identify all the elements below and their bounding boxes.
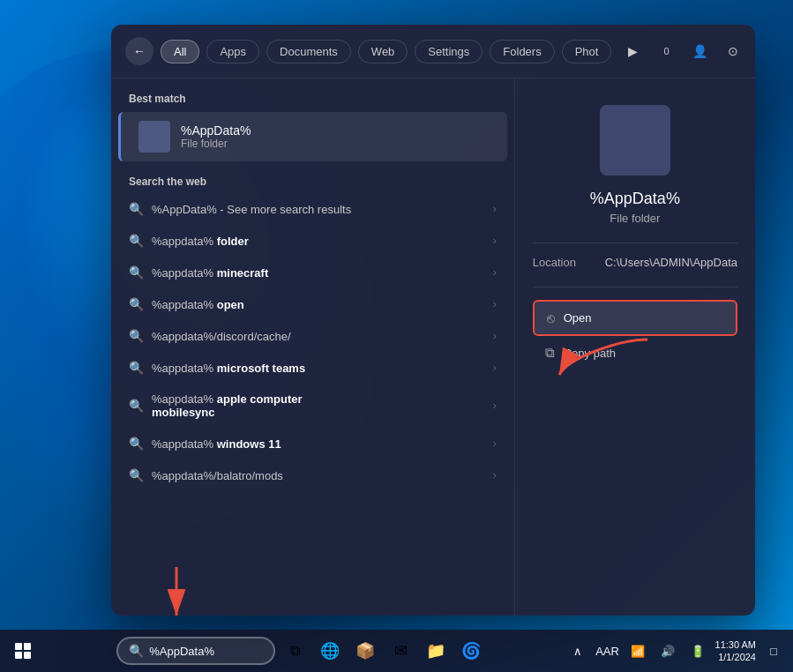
system-tray-expand[interactable]: ∧ (565, 638, 590, 663)
result-text: %appdata%/discord/cache/ (152, 330, 484, 343)
best-match-name: %AppData% (181, 123, 251, 138)
person-icon[interactable]: 👤 (685, 37, 714, 65)
chevron-right-icon: › (493, 266, 497, 279)
filter-pill-documents[interactable]: Documents (266, 40, 351, 63)
main-content: Best match %AppData% File folder Search … (111, 78, 755, 616)
search-circle-icon[interactable]: ⊙ (719, 37, 747, 65)
open-button[interactable]: ⎋ Open (533, 300, 737, 336)
list-item[interactable]: 🔍 %appdata%/balatro/mods › (111, 459, 514, 491)
search-icon: 🔍 (129, 399, 143, 413)
edge-icon[interactable]: 🌐 (314, 635, 346, 667)
windows-logo-icon (15, 643, 31, 659)
chevron-right-icon: › (493, 437, 497, 450)
divider2 (533, 287, 737, 287)
location-value: C:\Users\ADMIN\AppData (605, 256, 737, 269)
taskbar-center: 🔍 %AppData% ⧉ 🌐 📦 ✉ 📁 🌀 (46, 635, 558, 667)
search-icon: 🔍 (129, 361, 143, 375)
best-match-type: File folder (181, 138, 251, 150)
chevron-right-icon: › (493, 298, 497, 310)
task-view-button[interactable]: ⧉ (279, 635, 310, 667)
more-options-button[interactable]: ••• (752, 37, 755, 65)
clock-date: 1/1/2024 (715, 651, 756, 663)
store-icon[interactable]: 📦 (349, 635, 381, 667)
chrome-icon[interactable]: 🌀 (455, 635, 487, 667)
divider (533, 243, 737, 243)
chevron-right-icon: › (493, 399, 497, 412)
detail-item-name: %AppData% (590, 190, 680, 208)
filter-pill-all[interactable]: All (161, 40, 199, 63)
location-row: Location C:\Users\ADMIN\AppData (533, 256, 737, 269)
search-icon: 🔍 (129, 234, 143, 248)
time-display[interactable]: 11:30 AM 1/1/2024 (715, 638, 756, 664)
filter-pill-settings[interactable]: Settings (415, 40, 483, 63)
detail-item-type: File folder (610, 212, 660, 225)
list-item[interactable]: 🔍 %appdata% minecraft › (111, 257, 514, 288)
result-text: %appdata% folder (152, 235, 484, 248)
outlook-icon[interactable]: ✉ (385, 635, 416, 667)
open-icon: ⎋ (547, 310, 555, 325)
filter-bar: ← All Apps Documents Web Settings Folder… (111, 25, 755, 78)
list-item[interactable]: 🔍 %appdata% apple computermobilesync › (111, 384, 514, 428)
clock-time: 11:30 AM (715, 638, 756, 651)
search-icon: 🔍 (129, 297, 143, 311)
taskbar-right: ∧ AAR 📶 🔊 🔋 11:30 AM 1/1/2024 □ (558, 638, 793, 664)
file-folder-icon (138, 121, 170, 153)
battery-icon[interactable]: 🔋 (685, 638, 710, 663)
list-item[interactable]: 🔍 %AppData% - See more search results › (111, 193, 514, 225)
result-text: %appdata% apple computermobilesync (152, 392, 484, 419)
chevron-right-icon: › (493, 330, 497, 342)
detail-folder-icon (600, 105, 670, 175)
filter-bar-right: ▶ 0 👤 ⊙ ••• (618, 37, 755, 65)
chevron-right-icon: › (493, 203, 497, 215)
filter-pill-web[interactable]: Web (358, 40, 408, 63)
search-popup: ← All Apps Documents Web Settings Folder… (111, 25, 755, 616)
search-icon: 🔍 (129, 202, 143, 216)
copy-icon: ⧉ (545, 345, 555, 361)
taskbar: 🔍 %AppData% ⧉ 🌐 📦 ✉ 📁 🌀 ∧ AAR 📶 🔊 🔋 11:3… (0, 630, 793, 672)
location-label: Location (533, 256, 595, 269)
filter-pill-folders[interactable]: Folders (490, 40, 554, 63)
language-indicator[interactable]: AAR (595, 638, 620, 663)
result-text: %appdata% minecraft (152, 266, 484, 280)
result-text: %AppData% - See more search results (152, 203, 484, 216)
web-section-title: Search the web (111, 172, 514, 193)
result-text: %appdata% microsoft teams (152, 362, 484, 375)
search-icon: 🔍 (129, 329, 143, 343)
chevron-right-icon: › (493, 469, 497, 482)
volume-icon[interactable]: 🔊 (655, 638, 680, 663)
filter-pill-apps[interactable]: Apps (206, 40, 259, 63)
back-button[interactable]: ← (125, 37, 153, 65)
badge-count: 0 (652, 37, 680, 65)
filter-pill-photos[interactable]: Phot (562, 40, 612, 63)
search-icon: 🔍 (129, 265, 143, 280)
copy-path-button[interactable]: ⧉ Copy path (533, 336, 737, 370)
search-icon: 🔍 (129, 468, 143, 482)
explorer-icon[interactable]: 📁 (420, 635, 452, 667)
list-item[interactable]: 🔍 %appdata%/discord/cache/ › (111, 320, 514, 352)
chevron-right-icon: › (493, 362, 497, 374)
wifi-icon[interactable]: 📶 (625, 638, 650, 663)
best-match-item[interactable]: %AppData% File folder (118, 112, 507, 161)
left-panel: Best match %AppData% File folder Search … (111, 78, 515, 616)
search-icon: 🔍 (129, 437, 143, 451)
chevron-right-icon: › (493, 235, 497, 247)
play-icon[interactable]: ▶ (618, 37, 647, 65)
taskbar-search-text: %AppData% (149, 645, 214, 658)
notifications-icon[interactable]: □ (761, 638, 786, 663)
list-item[interactable]: 🔍 %appdata% microsoft teams › (111, 352, 514, 384)
right-panel: %AppData% File folder Location C:\Users\… (515, 78, 755, 616)
best-match-info: %AppData% File folder (181, 123, 251, 150)
taskbar-search-bar[interactable]: 🔍 %AppData% (116, 637, 275, 665)
best-match-title: Best match (111, 93, 514, 112)
copy-path-label: Copy path (564, 347, 616, 360)
start-button[interactable] (7, 635, 39, 667)
taskbar-search-icon: 🔍 (129, 644, 144, 658)
desktop: ← All Apps Documents Web Settings Folder… (0, 0, 793, 672)
list-item[interactable]: 🔍 %appdata% windows 11 › (111, 428, 514, 459)
result-text: %appdata% windows 11 (152, 437, 484, 451)
open-label: Open (564, 311, 592, 325)
list-item[interactable]: 🔍 %appdata% folder › (111, 225, 514, 257)
taskbar-left (0, 635, 46, 667)
result-text: %appdata% open (152, 298, 484, 311)
list-item[interactable]: 🔍 %appdata% open › (111, 288, 514, 320)
